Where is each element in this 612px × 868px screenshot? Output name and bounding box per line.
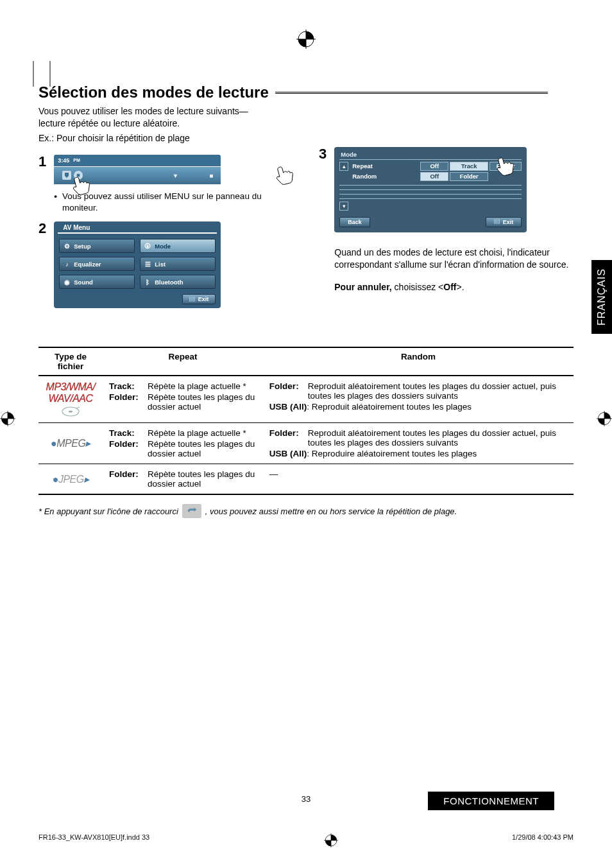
exit-button[interactable]: Exit (182, 294, 216, 304)
crop-mark-corner (46, 61, 54, 87)
play-down-icon[interactable]: ▾ (174, 172, 177, 179)
file-type-cell: ●JPEG▸ (38, 464, 103, 495)
menu-mode[interactable]: ⦿ Mode (140, 239, 216, 253)
repeat-cell: Track:Répète la plage actuelle * Folder:… (103, 423, 263, 464)
exit-bars-icon (494, 219, 500, 224)
bullet-dot: • (54, 191, 57, 214)
mode-row-random: Random Off Folder (339, 172, 522, 181)
random-off[interactable]: Off (420, 172, 448, 181)
pointer-hand-icon (271, 160, 300, 188)
th-filetype: Type de fichier (38, 347, 103, 376)
mpeg-badge: ●MPEG▸ (45, 437, 96, 449)
disc-icon (61, 406, 80, 417)
mode-random-label: Random (351, 173, 419, 180)
section-title-text: Sélection des modes de lecture (38, 83, 269, 101)
menu-bluetooth[interactable]: ᛒ Bluetooth (140, 275, 216, 289)
file-type-cell: ●MPEG▸ (38, 423, 103, 464)
player-buttons: ▾ ■ (174, 172, 213, 179)
registration-mark-bottom (324, 833, 338, 849)
svg-point-6 (598, 412, 610, 424)
stop-icon[interactable]: ■ (209, 172, 213, 179)
menu-sound[interactable]: ◉ Sound (59, 275, 135, 289)
mode-chosen-text: Quand un des modes de lecture est choisi… (334, 247, 574, 272)
mode-panel: Mode ▴ Repeat Off Track Folder Random Of… (334, 147, 527, 232)
random-cell: Folder:Reproduit aléatoirement toutes le… (263, 423, 574, 464)
mp3-wma-badge: MP3/WMA/WAV/AAC (45, 381, 96, 404)
svg-point-3 (1, 412, 13, 424)
step-number: 1 (38, 155, 46, 214)
table-row: MP3/WMA/WAV/AAC Track:Répète la plage ac… (38, 376, 574, 423)
footer-meta: FR16-33_KW-AVX810[EU]f.indd 33 1/29/08 4… (38, 833, 574, 849)
svg-point-15 (69, 411, 72, 413)
repeat-cell: Track:Répète la plage actuelle * Folder:… (103, 376, 263, 423)
th-random: Random (263, 347, 574, 376)
table-row: ●MPEG▸ Track:Répète la plage actuelle * … (38, 423, 574, 464)
menu-setup[interactable]: ⚙ Setup (59, 239, 135, 253)
av-menu-title: AV Menu (58, 221, 217, 234)
intro-paragraph: Vous pouvez utiliser les modes de lectur… (38, 105, 263, 130)
menu-list[interactable]: ☰ List (140, 257, 216, 271)
step-number: 3 (319, 147, 327, 292)
step-3: 3 Mode ▴ Repeat Off Track Folder Random (319, 147, 574, 292)
mode-repeat-label: Repeat (351, 162, 419, 169)
step-2: 2 AV Menu ⚙ Setup ⦿ Mode ♪ (38, 221, 293, 308)
av-menu-panel: AV Menu ⚙ Setup ⦿ Mode ♪ Equalizer (54, 221, 221, 308)
mode-icon: ⦿ (143, 241, 152, 250)
random-folder[interactable]: Folder (450, 172, 488, 181)
back-button[interactable]: Back (339, 217, 370, 227)
player-time: 3:45 (58, 157, 69, 164)
gear-icon: ⚙ (62, 241, 71, 250)
footnote: * En appuyant sur l'icône de raccourci ,… (38, 504, 574, 518)
list-icon: ☰ (143, 259, 152, 268)
player-screen: 3:45 PM ▾ ■ (54, 155, 221, 184)
section-title: Sélection des modes de lecture (38, 83, 574, 101)
repeat-track[interactable]: Track (450, 162, 488, 171)
registration-mark-right (597, 411, 612, 428)
sound-icon: ◉ (62, 277, 71, 286)
bluetooth-icon: ᛒ (143, 277, 152, 286)
indd-filename: FR16-33_KW-AVX810[EU]f.indd 33 (38, 833, 149, 849)
exit-button[interactable]: Exit (486, 217, 522, 227)
player-topbar: 3:45 PM (54, 155, 221, 166)
intro-example: Ex.: Pour choisir la répétition de plage (38, 132, 263, 144)
arrow-down-icon[interactable]: ▾ (339, 202, 348, 211)
playback-modes-table: Type de fichier Repeat Random MP3/WMA/WA… (38, 347, 574, 495)
random-cell: Folder:Reproduit aléatoirement toutes le… (263, 376, 574, 423)
jpeg-badge: ●JPEG▸ (45, 473, 96, 485)
player-ampm: PM (73, 158, 80, 162)
repeat-shortcut-icon (182, 504, 201, 518)
menu-equalizer[interactable]: ♪ Equalizer (59, 257, 135, 271)
exit-bars-icon (189, 297, 196, 302)
random-cell-empty: — (263, 464, 574, 495)
equalizer-icon: ♪ (62, 259, 71, 268)
crop-mark-corner (30, 61, 37, 87)
table-row: ●JPEG▸ Folder:Répète toutes les plages d… (38, 464, 574, 495)
registration-mark-top (296, 30, 316, 49)
svg-point-0 (298, 31, 314, 47)
save-timestamp: 1/29/08 4:00:43 PM (512, 833, 574, 849)
section-chip: FONCTIONNEMENT (428, 792, 554, 810)
arrow-up-icon[interactable]: ▴ (339, 162, 348, 171)
cancel-instruction: Pour annuler, choisissez <Off>. (334, 282, 574, 292)
title-rule (275, 92, 548, 94)
registration-mark-left (0, 411, 15, 428)
language-tab: FRANÇAIS (591, 260, 612, 334)
th-repeat: Repeat (103, 347, 263, 376)
file-type-cell: MP3/WMA/WAV/AAC (38, 376, 103, 423)
repeat-cell: Folder:Répète toutes les plages du dossi… (103, 464, 263, 495)
repeat-off[interactable]: Off (420, 162, 448, 171)
step-1: 1 3:45 PM ▾ ■ (38, 155, 293, 214)
step-number: 2 (38, 221, 46, 308)
